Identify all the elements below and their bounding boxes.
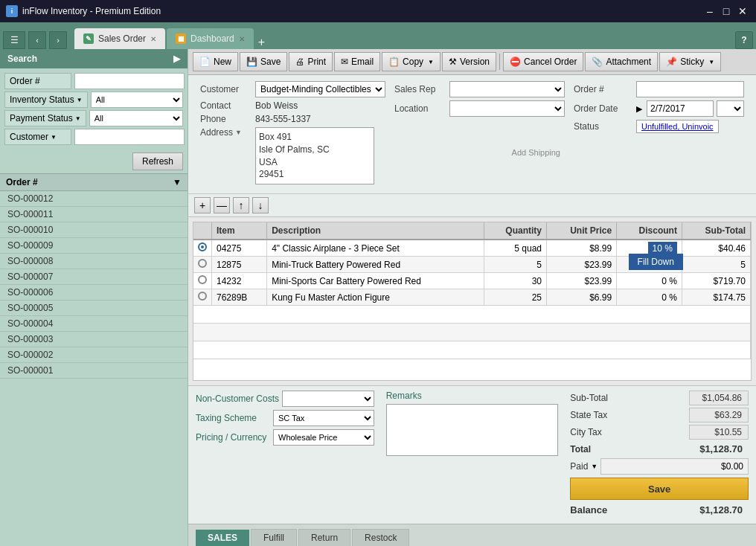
row1-radio-cell[interactable] <box>193 240 212 257</box>
row4-discount[interactable]: 0 % <box>617 289 682 306</box>
tab-return[interactable]: Return <box>298 529 350 546</box>
list-item[interactable]: SO-000005 <box>0 301 188 316</box>
row4-unit-price[interactable]: $6.99 <box>546 289 616 306</box>
row3-radio-cell[interactable] <box>193 273 212 289</box>
row2-item[interactable]: 12875 <box>212 257 267 273</box>
tab-sales-order[interactable]: ✎ Sales Order ✕ <box>74 28 165 49</box>
list-item[interactable]: SO-000006 <box>0 285 188 301</box>
new-button[interactable]: 📄 New <box>193 52 238 71</box>
sidebar-expand-icon[interactable]: ▶ <box>173 54 180 64</box>
payment-label[interactable]: Payment Status ▼ <box>4 110 86 126</box>
list-item[interactable]: SO-000007 <box>0 269 188 285</box>
payment-status-select[interactable]: All <box>89 110 183 126</box>
inventory-status-select[interactable]: All <box>91 91 183 108</box>
cancel-order-button[interactable]: ⛔ Cancel Order <box>503 52 583 71</box>
row3-subtotal[interactable]: $719.70 <box>682 273 750 289</box>
forward-button[interactable]: › <box>49 31 67 49</box>
row2-quantity[interactable]: 5 <box>484 257 546 273</box>
row3-description[interactable]: Mini-Sports Car Battery Powered Red <box>267 273 484 289</box>
row3-discount[interactable]: 0 % <box>617 273 682 289</box>
list-item[interactable]: SO-000008 <box>0 254 188 269</box>
address-dropdown-arrow-icon[interactable]: ▼ <box>235 129 242 136</box>
email-button[interactable]: ✉ Email <box>334 52 380 71</box>
row3-item[interactable]: 14232 <box>212 273 267 289</box>
customer-select[interactable]: Budget-Minding Collectibles <box>255 81 385 97</box>
row1-quantity[interactable]: 5 quad <box>484 240 546 257</box>
inventory-label[interactable]: Inventory Status ▼ <box>4 91 88 108</box>
non-customer-costs-select[interactable] <box>282 391 374 407</box>
refresh-button[interactable]: Refresh <box>132 152 183 170</box>
add-row-button[interactable]: + <box>194 197 211 213</box>
list-item[interactable]: SO-000001 <box>0 363 188 379</box>
new-tab-button[interactable]: + <box>258 36 265 49</box>
taxing-scheme-select[interactable]: SC Tax <box>273 410 374 426</box>
list-item[interactable]: SO-000003 <box>0 332 188 347</box>
sales-order-tab-close[interactable]: ✕ <box>150 35 156 43</box>
tab-dashboard[interactable]: ▩ Dashboard ✕ <box>167 28 254 49</box>
sticky-button[interactable]: 📌 Sticky ▼ <box>659 52 721 71</box>
customer-label[interactable]: Customer ▼ <box>4 129 71 145</box>
pricing-currency-select[interactable]: Wholesale Price <box>273 429 374 446</box>
row4-item[interactable]: 76289B <box>212 289 267 306</box>
window-controls[interactable]: – □ ✕ <box>702 4 750 19</box>
version-button[interactable]: ⚒ Version <box>442 52 496 71</box>
tab-sales[interactable]: SALES <box>196 530 249 546</box>
order-search-input[interactable] <box>74 73 185 89</box>
maximize-button[interactable]: □ <box>719 4 734 19</box>
row4-subtotal[interactable]: $174.75 <box>682 289 750 306</box>
remove-row-button[interactable]: — <box>214 197 230 213</box>
move-down-button[interactable]: ↓ <box>252 197 269 213</box>
row1-item[interactable]: 04275 <box>212 240 267 257</box>
close-button[interactable]: ✕ <box>735 4 750 19</box>
list-item[interactable]: SO-000011 <box>0 207 188 222</box>
row3-quantity[interactable]: 30 <box>484 273 546 289</box>
list-item[interactable]: SO-000004 <box>0 316 188 332</box>
list-item[interactable]: SO-000010 <box>0 222 188 238</box>
tab-fulfill[interactable]: Fulfill <box>251 529 297 546</box>
paid-input[interactable] <box>600 458 749 475</box>
remarks-textarea[interactable] <box>386 404 559 456</box>
row4-radio[interactable] <box>198 292 207 301</box>
back-button[interactable]: ‹ <box>28 31 46 49</box>
row1-description[interactable]: 4" Classic Airplane - 3 Piece Set <box>267 240 484 257</box>
row2-radio-cell[interactable] <box>193 257 212 273</box>
row4-radio-cell[interactable] <box>193 289 212 306</box>
add-shipping-link[interactable]: Add Shipping <box>394 147 565 158</box>
save-button[interactable]: 💾 Save <box>240 52 287 71</box>
list-item[interactable]: SO-000009 <box>0 238 188 254</box>
print-button[interactable]: 🖨 Print <box>289 52 333 71</box>
list-item[interactable]: SO-000002 <box>0 347 188 363</box>
fill-down-popup[interactable]: Fill Down <box>629 254 683 270</box>
customer-search-input[interactable] <box>74 129 185 145</box>
row2-description[interactable]: Mini-Truck Battery Powered Red <box>267 257 484 273</box>
move-up-button[interactable]: ↑ <box>233 197 249 213</box>
row3-radio[interactable] <box>198 275 207 284</box>
row4-quantity[interactable]: 25 <box>484 289 546 306</box>
help-button[interactable]: ? <box>735 31 753 49</box>
dashboard-tab-close[interactable]: ✕ <box>239 35 245 43</box>
minimize-button[interactable]: – <box>702 4 717 19</box>
row1-subtotal[interactable]: $40.46 <box>682 240 750 257</box>
order-date-input[interactable] <box>647 100 714 117</box>
copy-button[interactable]: 📋 Copy ▼ <box>382 52 441 71</box>
order-date-select[interactable] <box>717 100 744 117</box>
row1-unit-price[interactable]: $8.99 <box>546 240 616 257</box>
row4-description[interactable]: Kung Fu Master Action Figure <box>267 289 484 306</box>
list-item[interactable]: SO-000012 <box>0 191 188 207</box>
address-field[interactable]: Box 491Isle Of Palms, SCUSA29451 <box>255 127 374 184</box>
paid-dropdown-arrow-icon[interactable]: ▼ <box>591 463 598 470</box>
hamburger-button[interactable]: ☰ <box>3 31 25 49</box>
row2-subtotal[interactable]: 5 <box>682 257 750 273</box>
row1-radio[interactable] <box>198 243 207 251</box>
sales-rep-select[interactable] <box>449 81 565 97</box>
attachment-button[interactable]: 📎 Attachment <box>585 52 658 71</box>
row1-discount[interactable]: 10 % Fill Down <box>617 240 682 257</box>
row3-unit-price[interactable]: $23.99 <box>546 273 616 289</box>
row2-radio[interactable] <box>198 259 207 268</box>
save-main-button[interactable]: Save <box>570 478 749 500</box>
status-badge[interactable]: Unfulfilled, Uninvoic <box>636 120 719 133</box>
order-list-header[interactable]: Order # ▼ <box>0 173 188 191</box>
row2-unit-price[interactable]: $23.99 <box>546 257 616 273</box>
tab-restock[interactable]: Restock <box>352 529 409 546</box>
row1-discount-value[interactable]: 10 % <box>648 242 677 255</box>
